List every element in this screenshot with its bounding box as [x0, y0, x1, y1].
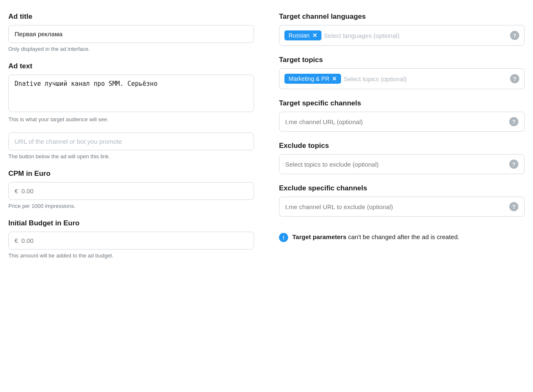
cpm-hint: Price per 1000 impressions.: [8, 203, 254, 209]
exclude-channels-input-wrapper: ?: [279, 197, 525, 217]
ad-text-input[interactable]: <span class="underline-squiggle" data-na…: [8, 75, 254, 112]
target-languages-label: Target channel languages: [279, 12, 525, 21]
target-channels-help-icon[interactable]: ?: [509, 117, 518, 126]
target-channels-input[interactable]: [285, 118, 509, 125]
page-layout: Ad title Only displayed in the ad interf…: [8, 12, 525, 269]
info-text-rest: can't be changed after the ad is created…: [346, 233, 459, 240]
marketing-tag-close[interactable]: ✕: [332, 76, 337, 82]
url-input[interactable]: [8, 132, 254, 150]
url-hint: The button below the ad will open this l…: [8, 153, 254, 160]
exclude-topics-label: Exclude topics: [279, 142, 525, 150]
cpm-input[interactable]: [21, 187, 248, 195]
exclude-topics-input-wrapper: ?: [279, 154, 525, 174]
exclude-channels-help-icon[interactable]: ?: [509, 202, 518, 211]
cpm-input-wrapper: €: [8, 182, 254, 200]
url-field-group: The button below the ad will open this l…: [8, 132, 254, 160]
budget-hint: This amount will be added to the ad budg…: [8, 252, 254, 259]
languages-help-icon[interactable]: ?: [510, 31, 519, 40]
exclude-channels-input[interactable]: [285, 203, 509, 210]
budget-input[interactable]: [21, 237, 248, 244]
exclude-topics-help-icon[interactable]: ?: [509, 160, 518, 169]
target-channels-group: Target specific channels ?: [279, 99, 525, 132]
initial-budget-label: Initial Budget in Euro: [8, 219, 254, 227]
info-box: ! Target parameters can't be changed aft…: [279, 231, 525, 244]
russian-tag-label: Russian: [289, 32, 310, 39]
exclude-topics-input[interactable]: [285, 161, 509, 168]
target-languages-input[interactable]: Russian ✕ Select languages (optional) ?: [279, 25, 525, 46]
left-column: Ad title Only displayed in the ad interf…: [8, 12, 254, 269]
topics-placeholder: Select topics (optional): [344, 75, 508, 82]
initial-budget-group: Initial Budget in Euro € This amount wil…: [8, 219, 254, 259]
topics-help-icon[interactable]: ?: [510, 74, 519, 83]
russian-tag: Russian ✕: [284, 30, 321, 40]
languages-placeholder: Select languages (optional): [324, 32, 508, 39]
info-icon: !: [279, 233, 288, 242]
target-topics-label: Target topics: [279, 56, 525, 64]
info-text-bold: Target parameters: [292, 233, 346, 240]
budget-euro-symbol: €: [15, 237, 18, 244]
marketing-tag: Marketing & PR ✕: [284, 74, 341, 84]
exclude-topics-group: Exclude topics ?: [279, 142, 525, 174]
cpm-label: CPM in Euro: [8, 170, 254, 178]
info-text: Target parameters can't be changed after…: [292, 232, 459, 242]
ad-text-group: Ad text <span class="underline-squiggle"…: [8, 62, 254, 122]
ad-title-label: Ad title: [8, 12, 254, 21]
cpm-euro-symbol: €: [15, 187, 18, 195]
ad-text-hint: This is what your target audience will s…: [8, 116, 254, 122]
target-channels-label: Target specific channels: [279, 99, 525, 107]
cpm-group: CPM in Euro € Price per 1000 impressions…: [8, 170, 254, 209]
budget-input-wrapper: €: [8, 232, 254, 250]
target-languages-group: Target channel languages Russian ✕ Selec…: [279, 12, 525, 46]
marketing-tag-label: Marketing & PR: [289, 75, 329, 82]
target-channels-input-wrapper: ?: [279, 112, 525, 132]
ad-title-input[interactable]: [8, 25, 254, 43]
target-topics-group: Target topics Marketing & PR ✕ Select to…: [279, 56, 525, 89]
right-column: Target channel languages Russian ✕ Selec…: [279, 12, 525, 269]
russian-tag-close[interactable]: ✕: [312, 32, 317, 38]
ad-title-group: Ad title Only displayed in the ad interf…: [8, 12, 254, 52]
ad-title-hint: Only displayed in the ad interface.: [8, 46, 254, 52]
exclude-channels-group: Exclude specific channels ?: [279, 184, 525, 217]
target-topics-input[interactable]: Marketing & PR ✕ Select topics (optional…: [279, 68, 525, 89]
exclude-channels-label: Exclude specific channels: [279, 184, 525, 192]
ad-text-label: Ad text: [8, 62, 254, 70]
